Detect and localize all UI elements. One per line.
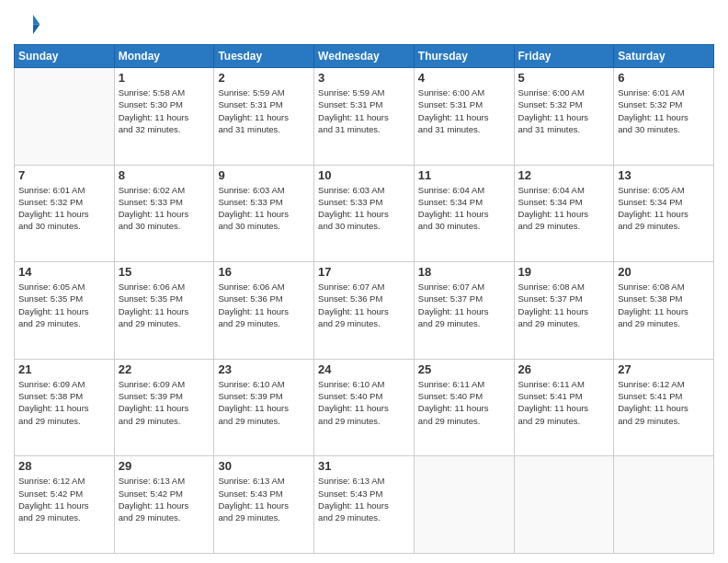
calendar-cell: 22Sunrise: 6:09 AM Sunset: 5:39 PM Dayli…: [114, 359, 214, 456]
calendar-day-header: Thursday: [414, 45, 514, 68]
day-info: Sunrise: 6:04 AM Sunset: 5:34 PM Dayligh…: [518, 184, 610, 233]
calendar-week-row: 28Sunrise: 6:12 AM Sunset: 5:42 PM Dayli…: [15, 456, 714, 554]
day-info: Sunrise: 6:13 AM Sunset: 5:43 PM Dayligh…: [318, 475, 410, 523]
day-number: 1: [119, 71, 210, 85]
calendar-day-header: Saturday: [614, 45, 714, 68]
calendar-cell: [614, 456, 714, 554]
calendar-cell: 27Sunrise: 6:12 AM Sunset: 5:41 PM Dayli…: [614, 359, 714, 456]
calendar-cell: 30Sunrise: 6:13 AM Sunset: 5:43 PM Dayli…: [214, 456, 314, 554]
day-number: 6: [618, 71, 710, 85]
day-info: Sunrise: 6:13 AM Sunset: 5:43 PM Dayligh…: [218, 475, 310, 523]
day-info: Sunrise: 6:10 AM Sunset: 5:39 PM Dayligh…: [218, 378, 310, 427]
day-number: 8: [119, 168, 210, 182]
calendar-day-header: Wednesday: [314, 45, 415, 68]
page: SundayMondayTuesdayWednesdayThursdayFrid…: [0, 0, 728, 563]
day-number: 25: [418, 362, 510, 376]
calendar-cell: 14Sunrise: 6:05 AM Sunset: 5:35 PM Dayli…: [15, 262, 115, 360]
day-info: Sunrise: 6:07 AM Sunset: 5:36 PM Dayligh…: [318, 281, 410, 329]
calendar-cell: 1Sunrise: 5:58 AM Sunset: 5:30 PM Daylig…: [114, 68, 214, 166]
calendar-cell: 17Sunrise: 6:07 AM Sunset: 5:36 PM Dayli…: [314, 262, 415, 360]
calendar-cell: 31Sunrise: 6:13 AM Sunset: 5:43 PM Dayli…: [314, 456, 415, 554]
calendar-cell: 21Sunrise: 6:09 AM Sunset: 5:38 PM Dayli…: [15, 359, 115, 456]
calendar-cell: 13Sunrise: 6:05 AM Sunset: 5:34 PM Dayli…: [614, 165, 714, 262]
day-info: Sunrise: 6:03 AM Sunset: 5:33 PM Dayligh…: [318, 184, 410, 233]
day-number: 12: [518, 168, 610, 182]
day-number: 3: [318, 71, 410, 85]
day-number: 4: [418, 71, 510, 85]
day-number: 29: [119, 459, 210, 473]
day-number: 10: [318, 168, 410, 182]
day-number: 23: [218, 362, 310, 376]
logo-icon: [14, 9, 41, 37]
calendar-cell: [414, 456, 514, 554]
day-number: 15: [119, 265, 210, 279]
day-info: Sunrise: 6:12 AM Sunset: 5:41 PM Dayligh…: [618, 378, 710, 427]
calendar-cell: 23Sunrise: 6:10 AM Sunset: 5:39 PM Dayli…: [214, 359, 314, 456]
day-number: 28: [18, 459, 110, 473]
calendar-week-row: 21Sunrise: 6:09 AM Sunset: 5:38 PM Dayli…: [15, 359, 714, 456]
day-number: 17: [318, 265, 410, 279]
day-number: 16: [218, 265, 310, 279]
calendar-cell: 26Sunrise: 6:11 AM Sunset: 5:41 PM Dayli…: [514, 359, 614, 456]
day-number: 14: [18, 265, 110, 279]
day-number: 26: [518, 362, 610, 376]
day-number: 13: [618, 168, 710, 182]
day-info: Sunrise: 6:07 AM Sunset: 5:37 PM Dayligh…: [418, 281, 510, 329]
svg-marker-1: [33, 25, 40, 35]
calendar-table: SundayMondayTuesdayWednesdayThursdayFrid…: [14, 44, 714, 554]
day-number: 18: [418, 265, 510, 279]
day-info: Sunrise: 6:11 AM Sunset: 5:41 PM Dayligh…: [518, 378, 610, 427]
day-info: Sunrise: 6:01 AM Sunset: 5:32 PM Dayligh…: [618, 86, 710, 135]
day-number: 31: [318, 459, 410, 473]
calendar-week-row: 1Sunrise: 5:58 AM Sunset: 5:30 PM Daylig…: [15, 68, 714, 166]
day-info: Sunrise: 6:10 AM Sunset: 5:40 PM Dayligh…: [318, 378, 410, 427]
calendar-cell: 2Sunrise: 5:59 AM Sunset: 5:31 PM Daylig…: [214, 68, 314, 166]
calendar-cell: 5Sunrise: 6:00 AM Sunset: 5:32 PM Daylig…: [514, 68, 614, 166]
header: [14, 9, 714, 37]
day-info: Sunrise: 5:59 AM Sunset: 5:31 PM Dayligh…: [318, 86, 410, 135]
calendar-cell: 20Sunrise: 6:08 AM Sunset: 5:38 PM Dayli…: [614, 262, 714, 360]
calendar-cell: [514, 456, 614, 554]
day-info: Sunrise: 6:08 AM Sunset: 5:37 PM Dayligh…: [518, 281, 610, 329]
calendar-cell: 19Sunrise: 6:08 AM Sunset: 5:37 PM Dayli…: [514, 262, 614, 360]
day-info: Sunrise: 6:08 AM Sunset: 5:38 PM Dayligh…: [618, 281, 710, 329]
calendar-cell: 12Sunrise: 6:04 AM Sunset: 5:34 PM Dayli…: [514, 165, 614, 262]
calendar-cell: [15, 68, 115, 166]
day-number: 27: [618, 362, 710, 376]
calendar-cell: 18Sunrise: 6:07 AM Sunset: 5:37 PM Dayli…: [414, 262, 514, 360]
day-number: 5: [518, 71, 610, 85]
calendar-cell: 15Sunrise: 6:06 AM Sunset: 5:35 PM Dayli…: [114, 262, 214, 360]
calendar-cell: 16Sunrise: 6:06 AM Sunset: 5:36 PM Dayli…: [214, 262, 314, 360]
logo: [14, 9, 45, 37]
calendar-cell: 9Sunrise: 6:03 AM Sunset: 5:33 PM Daylig…: [214, 165, 314, 262]
calendar-day-header: Friday: [514, 45, 614, 68]
day-number: 30: [218, 459, 310, 473]
day-info: Sunrise: 6:00 AM Sunset: 5:32 PM Dayligh…: [518, 86, 610, 135]
calendar-day-header: Sunday: [15, 45, 115, 68]
day-info: Sunrise: 5:59 AM Sunset: 5:31 PM Dayligh…: [218, 86, 310, 135]
calendar-week-row: 14Sunrise: 6:05 AM Sunset: 5:35 PM Dayli…: [15, 262, 714, 360]
day-info: Sunrise: 6:05 AM Sunset: 5:34 PM Dayligh…: [618, 184, 710, 233]
day-number: 7: [18, 168, 110, 182]
calendar-week-row: 7Sunrise: 6:01 AM Sunset: 5:32 PM Daylig…: [15, 165, 714, 262]
day-number: 20: [618, 265, 710, 279]
calendar-cell: 8Sunrise: 6:02 AM Sunset: 5:33 PM Daylig…: [114, 165, 214, 262]
calendar-cell: 29Sunrise: 6:13 AM Sunset: 5:42 PM Dayli…: [114, 456, 214, 554]
day-number: 24: [318, 362, 410, 376]
day-info: Sunrise: 6:09 AM Sunset: 5:38 PM Dayligh…: [18, 378, 110, 427]
day-info: Sunrise: 6:13 AM Sunset: 5:42 PM Dayligh…: [119, 475, 210, 523]
calendar-cell: 3Sunrise: 5:59 AM Sunset: 5:31 PM Daylig…: [314, 68, 415, 166]
calendar-cell: 6Sunrise: 6:01 AM Sunset: 5:32 PM Daylig…: [614, 68, 714, 166]
day-info: Sunrise: 6:05 AM Sunset: 5:35 PM Dayligh…: [18, 281, 110, 329]
day-info: Sunrise: 6:06 AM Sunset: 5:36 PM Dayligh…: [218, 281, 310, 329]
day-number: 11: [418, 168, 510, 182]
day-info: Sunrise: 5:58 AM Sunset: 5:30 PM Dayligh…: [119, 86, 210, 135]
calendar-cell: 7Sunrise: 6:01 AM Sunset: 5:32 PM Daylig…: [15, 165, 115, 262]
day-info: Sunrise: 6:12 AM Sunset: 5:42 PM Dayligh…: [18, 475, 110, 523]
day-number: 21: [18, 362, 110, 376]
day-info: Sunrise: 6:11 AM Sunset: 5:40 PM Dayligh…: [418, 378, 510, 427]
calendar-cell: 11Sunrise: 6:04 AM Sunset: 5:34 PM Dayli…: [414, 165, 514, 262]
calendar-cell: 4Sunrise: 6:00 AM Sunset: 5:31 PM Daylig…: [414, 68, 514, 166]
svg-marker-0: [33, 15, 40, 25]
day-info: Sunrise: 6:06 AM Sunset: 5:35 PM Dayligh…: [119, 281, 210, 329]
